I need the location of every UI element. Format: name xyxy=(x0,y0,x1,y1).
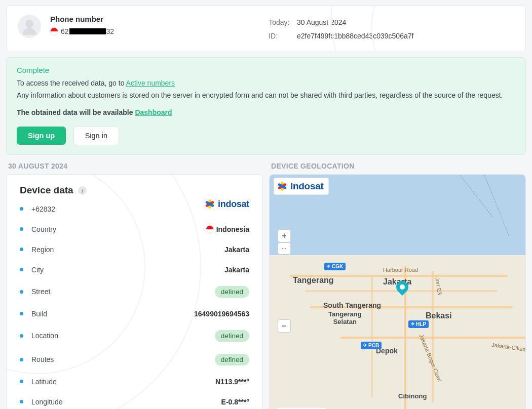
section-date: 30 AUGUST 2024 xyxy=(6,162,263,170)
carrier-logo: indosat xyxy=(205,199,249,210)
device-row-label: Country xyxy=(31,225,56,233)
flag-icon xyxy=(50,27,58,35)
device-row: Routesdefined xyxy=(20,348,249,372)
directions-button[interactable]: 📍Directions xyxy=(276,407,327,409)
map-ruler-icon[interactable]: ••• xyxy=(278,242,291,255)
map-zoom-in[interactable]: + xyxy=(278,229,291,242)
device-row-label: Latitude xyxy=(31,378,57,386)
device-row: LatitudeN113.9***° xyxy=(20,372,249,392)
bullet-icon xyxy=(20,312,23,315)
device-row-value: defined xyxy=(215,354,249,365)
header-title: Phone number xyxy=(50,15,269,23)
bullet-icon xyxy=(20,290,23,294)
bullet-icon xyxy=(20,227,23,231)
map-zoom-out[interactable]: – xyxy=(278,319,291,333)
device-row-label: Routes xyxy=(31,355,54,363)
signin-button[interactable]: Sign in xyxy=(73,126,119,145)
map-label-tangerang: Tangerang xyxy=(293,276,334,285)
device-row-value: Indonesia xyxy=(206,225,249,233)
info-icon[interactable]: i xyxy=(78,186,87,195)
header-card: Phone number 6232 Today: 30 August 2024 … xyxy=(6,5,526,52)
bullet-icon xyxy=(20,207,23,211)
map-card[interactable]: Tangerang South Tangerang Tangerang Sela… xyxy=(269,174,526,409)
info-line2: Any information about customers is store… xyxy=(17,90,515,102)
map-label-harbour: Harbour Road xyxy=(383,267,418,273)
device-title: Device data i xyxy=(20,185,249,196)
map-carrier-badge: indosat xyxy=(274,178,329,195)
avatar-icon xyxy=(18,15,41,38)
redaction-mask xyxy=(69,28,106,34)
id-value: e2fe7f499fc1bb88ced43c039c506a7f xyxy=(297,32,413,40)
airport-hlp: HLP xyxy=(408,320,429,328)
device-row-label: Location xyxy=(31,332,58,340)
map-label-cibinong: Cibinong xyxy=(398,392,427,400)
bullet-icon xyxy=(20,248,23,251)
device-row-label: Region xyxy=(31,246,54,254)
device-row-label: +62832 xyxy=(31,205,55,213)
device-row: RegionJakarta xyxy=(20,239,249,260)
section-geo: DEVICE GEOLOCATION xyxy=(269,162,526,170)
device-row-value: N113.9***° xyxy=(215,378,249,386)
device-row: Build16499019694563 xyxy=(20,304,249,324)
map-label-bekasi: Bekasi xyxy=(426,311,452,320)
device-card: Device data i indosat +62832Country Indo… xyxy=(6,174,263,409)
today-value: 30 August 2024 xyxy=(297,18,346,26)
device-row-label: Longitude xyxy=(31,398,63,406)
airport-cgk: CGK xyxy=(324,263,346,270)
device-row: Streetdefined xyxy=(20,280,249,304)
bullet-icon xyxy=(20,358,23,361)
id-label: ID: xyxy=(269,29,293,43)
bullet-icon xyxy=(20,400,23,403)
device-row: Country Indonesia xyxy=(20,219,249,239)
device-row: LongitudeE-0.8***° xyxy=(20,392,249,409)
device-row-value: defined xyxy=(215,286,249,298)
device-row-value: E-0.8***° xyxy=(221,398,249,406)
active-numbers-link[interactable]: Active numbers xyxy=(126,79,175,87)
map-surface[interactable]: Tangerang South Tangerang Tangerang Sela… xyxy=(270,175,525,409)
dashboard-link[interactable]: Dashboard xyxy=(135,108,172,116)
flag-icon xyxy=(206,225,214,233)
bullet-icon xyxy=(20,380,23,383)
header-phone: 6232 xyxy=(50,27,269,35)
device-row-label: Build xyxy=(31,310,47,318)
info-line1: To access the received data, go to Activ… xyxy=(17,77,515,90)
info-line3: The obtained data will be available Dash… xyxy=(17,107,515,119)
device-row: CityJakarta xyxy=(20,260,249,280)
airport-pcb: PCB xyxy=(361,342,382,349)
device-row-value: Jakarta xyxy=(224,266,249,274)
device-row-value: 16499019694563 xyxy=(194,310,249,318)
map-label-tangerang-selatan: Tangerang Selatan xyxy=(328,310,362,325)
signup-button[interactable]: Sign up xyxy=(17,127,66,145)
bullet-icon xyxy=(20,334,23,338)
bullet-icon xyxy=(20,268,23,271)
device-row-label: Street xyxy=(31,288,50,296)
device-row-label: City xyxy=(31,266,44,274)
info-panel: Complete To access the received data, go… xyxy=(6,57,526,154)
map-label-south-tangerang: South Tangerang xyxy=(323,301,381,309)
device-row-value: defined xyxy=(215,330,249,342)
device-row: Locationdefined xyxy=(20,324,249,348)
device-row-value: Jakarta xyxy=(224,246,249,254)
today-label: Today: xyxy=(269,16,293,29)
info-title: Complete xyxy=(17,66,49,74)
